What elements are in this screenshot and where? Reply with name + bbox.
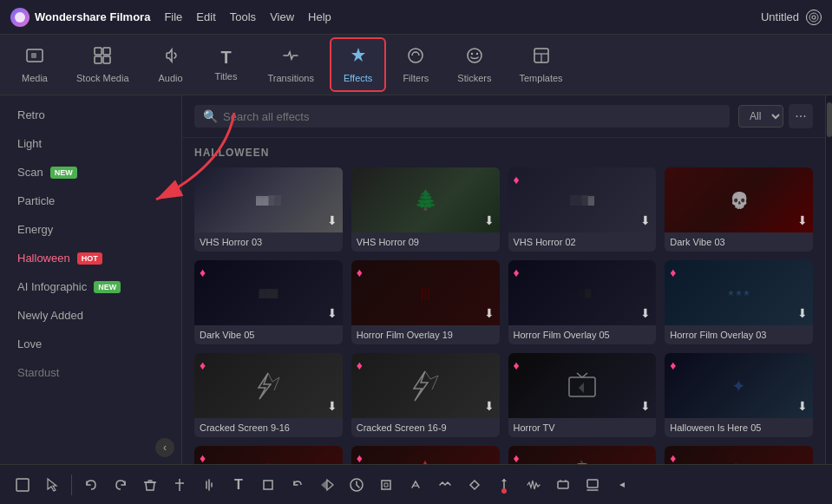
filters-icon (406, 46, 425, 69)
sidebar-collapse-button[interactable]: ‹ (155, 438, 174, 457)
download-icon: ⬇ (484, 213, 495, 227)
menu-view[interactable]: View (270, 10, 294, 23)
settings-icon[interactable] (806, 10, 822, 25)
scrollbar[interactable] (825, 95, 832, 464)
svg-point-9 (409, 49, 423, 62)
menu-help[interactable]: Help (308, 10, 331, 23)
stickers-icon (465, 46, 484, 69)
bottom-speed[interactable] (343, 471, 370, 499)
effect-card-vhs-horror-02[interactable]: ♦ ░░▒▓ ⬇ VHS Horror 02 (508, 167, 657, 252)
toolbar-media-label: Media (22, 73, 48, 83)
effect-card-horror-film-overlay-05[interactable]: ♦ ░▒▓ ⬇ Horror Film Overlay 05 (508, 260, 657, 344)
effect-card-dark-vibe-03[interactable]: 💀 ⬇ Dark Vibe 03 (665, 167, 813, 252)
toolbar-titles[interactable]: T Titles (200, 41, 252, 88)
toolbar-templates[interactable]: Templates (507, 39, 574, 90)
sidebar-item-stardust[interactable]: Stardust (0, 358, 181, 387)
bottom-waveform[interactable] (520, 471, 547, 499)
gem-icon: ♦ (670, 451, 676, 464)
effect-card-halloween-is-here-05[interactable]: ♦ ✦ ⬇ Halloween Is Here 05 (665, 353, 813, 437)
bottom-cut[interactable] (166, 471, 193, 499)
bottom-pointer-tool[interactable] (38, 471, 66, 499)
effect-thumb-vhs-horror-02: ♦ ░░▒▓ ⬇ (508, 167, 657, 232)
gem-icon: ♦ (514, 173, 520, 187)
sidebar-item-scan[interactable]: Scan NEW (0, 158, 181, 187)
bottom-text[interactable]: T (225, 471, 252, 499)
bottom-color[interactable] (402, 471, 429, 499)
menu-file[interactable]: File (164, 10, 182, 23)
sidebar-label-energy: Energy (17, 223, 53, 236)
effect-thumb-partial-4: ♦ 🦇 (665, 446, 813, 464)
filter-select[interactable]: All (738, 105, 783, 128)
bottom-stabilize[interactable] (431, 471, 459, 499)
bottom-ai-tools[interactable] (549, 471, 577, 499)
effect-card-cracked-screen-169[interactable]: ♦ ⬇ Cracked Screen 16-9 (351, 353, 500, 437)
download-icon: ⬇ (327, 399, 337, 413)
bottom-redo[interactable] (107, 471, 134, 499)
toolbar-stickers[interactable]: Stickers (445, 39, 503, 90)
sidebar-item-particle[interactable]: Particle (0, 187, 181, 215)
effect-thumb-cracked916: ♦ ⬇ (194, 353, 343, 418)
effect-card-partial-1[interactable]: ♦ 🕷 (194, 446, 343, 464)
effect-card-partial-2[interactable]: ♦ 🩸 (351, 446, 500, 464)
effect-thumb-horror03: ♦ ★★★ ⬇ (665, 260, 813, 325)
sidebar-item-energy[interactable]: Energy (0, 215, 181, 244)
toolbar-media[interactable]: Media (9, 39, 61, 90)
bottom-keyframe[interactable] (461, 471, 488, 499)
title-bar-left: Wondershare Filmora File Edit Tools View… (10, 8, 331, 27)
bottom-crop[interactable] (254, 471, 282, 499)
effect-card-horror-film-overlay-19[interactable]: ♦ ||| ⬇ Horror Film Overlay 19 (351, 260, 500, 344)
sidebar-item-love[interactable]: Love (0, 330, 181, 358)
download-icon: ⬇ (327, 306, 337, 320)
media-icon (25, 46, 44, 69)
gem-icon: ♦ (357, 265, 363, 279)
bottom-flip[interactable] (313, 471, 341, 499)
effect-card-cracked-screen-916[interactable]: ♦ ⬇ Cracked Screen 9-16 (194, 353, 343, 437)
effect-card-partial-4[interactable]: ♦ 🦇 (665, 446, 813, 464)
svg-rect-6 (103, 48, 110, 55)
toolbar-transitions[interactable]: Transitions (256, 39, 326, 90)
gem-icon: ♦ (514, 451, 520, 464)
more-options-button[interactable]: ··· (789, 104, 813, 128)
effect-card-horror-tv[interactable]: ♦ ⬇ Horror TV (508, 353, 657, 437)
effect-name-horror-film-overlay-19: Horror Film Overlay 19 (351, 325, 500, 344)
bottom-rotate[interactable] (284, 471, 311, 499)
sidebar-item-retro[interactable]: Retro (0, 101, 181, 129)
sidebar-item-ai-infographic[interactable]: AI Infographic NEW (0, 272, 181, 301)
effects-icon (349, 46, 368, 69)
app-name: Wondershare Filmora (35, 10, 150, 23)
effect-card-horror-film-overlay-03[interactable]: ♦ ★★★ ⬇ Horror Film Overlay 03 (665, 260, 813, 344)
bottom-more[interactable] (608, 471, 636, 499)
effect-thumb-vhs-horror-09: 🌲 ⬇ (351, 167, 500, 232)
toolbar-filters[interactable]: Filters (390, 39, 442, 90)
toolbar-stock-media[interactable]: Stock Media (64, 39, 141, 90)
bottom-audio[interactable] (195, 471, 223, 499)
effect-thumb-partial-3: ♦ 🎃 (508, 446, 657, 464)
download-icon: ⬇ (640, 306, 651, 320)
bottom-export[interactable] (579, 471, 606, 499)
effect-name-vhs-horror-03: VHS Horror 03 (194, 232, 343, 252)
bottom-delete[interactable] (136, 471, 164, 499)
bottom-replace[interactable] (372, 471, 400, 499)
gem-icon: ♦ (670, 358, 676, 372)
effect-name-horror-tv: Horror TV (508, 418, 657, 437)
bottom-marker[interactable] (490, 471, 518, 499)
bottom-select-tool[interactable] (9, 471, 36, 499)
sidebar-item-halloween[interactable]: Halloween HOT (0, 244, 181, 272)
gem-icon: ♦ (357, 451, 363, 464)
effect-card-partial-3[interactable]: ♦ 🎃 (508, 446, 657, 464)
search-input[interactable] (223, 110, 721, 123)
bottom-undo[interactable] (77, 471, 105, 499)
menu-tools[interactable]: Tools (230, 10, 256, 23)
sidebar-item-light[interactable]: Light (0, 129, 181, 158)
toolbar-effects[interactable]: Effects (330, 37, 386, 92)
effect-card-vhs-horror-09[interactable]: 🌲 ⬇ VHS Horror 09 (351, 167, 500, 252)
effect-card-vhs-horror-03[interactable]: ▓▓▒░ ⬇ VHS Horror 03 (194, 167, 343, 252)
menu-edit[interactable]: Edit (196, 10, 215, 23)
toolbar-audio[interactable]: Audio (145, 39, 197, 90)
download-icon: ⬇ (484, 399, 495, 413)
filter-controls: All ··· (738, 104, 813, 128)
svg-rect-22 (587, 480, 598, 488)
effect-card-dark-vibe-05[interactable]: ♦ ▓▓▓ ⬇ Dark Vibe 05 (194, 260, 343, 344)
halloween-badge: HOT (77, 252, 102, 265)
sidebar-item-newly-added[interactable]: Newly Added (0, 301, 181, 330)
